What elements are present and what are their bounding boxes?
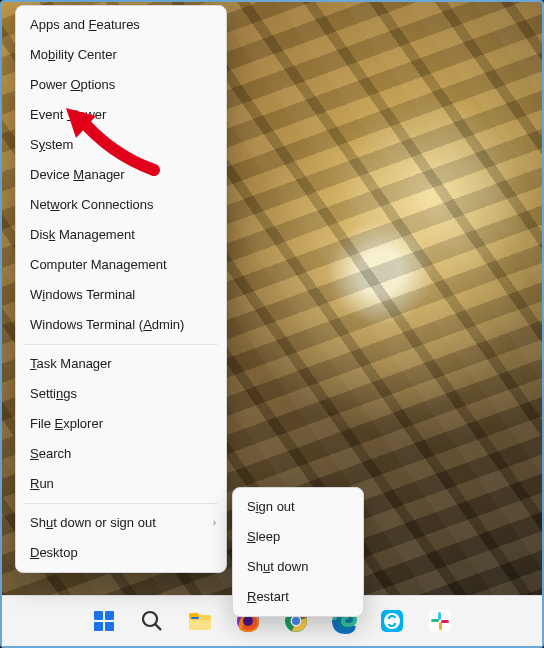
- menu-item-label: Power Options: [30, 77, 115, 92]
- svg-rect-3: [105, 622, 114, 631]
- menu-item-label: Apps and Features: [30, 17, 140, 32]
- svg-point-10: [243, 616, 253, 626]
- search-icon: [139, 608, 165, 634]
- svg-rect-18: [438, 612, 441, 620]
- menu-item-mobility-center[interactable]: Mobility Center: [16, 40, 226, 70]
- menu-item-search[interactable]: Search: [16, 439, 226, 469]
- svg-rect-20: [439, 622, 442, 630]
- menu-item-label: Shut down or sign out: [30, 515, 156, 530]
- shutdown-submenu: Sign outSleepShut downRestart: [232, 487, 364, 617]
- menu-item-label: Windows Terminal: [30, 287, 135, 302]
- taskbar-slack-button[interactable]: [422, 603, 458, 639]
- svg-rect-8: [191, 617, 199, 619]
- menu-item-label: Event Viewer: [30, 107, 106, 122]
- menu-item-label: Search: [30, 446, 71, 461]
- menu-item-label: Computer Management: [30, 257, 167, 272]
- svg-point-4: [143, 612, 157, 626]
- submenu-item-shut-down[interactable]: Shut down: [233, 552, 363, 582]
- menu-item-system[interactable]: System: [16, 130, 226, 160]
- taskbar-start-button[interactable]: [86, 603, 122, 639]
- menu-item-power-options[interactable]: Power Options: [16, 70, 226, 100]
- chevron-right-icon: ›: [213, 515, 216, 531]
- menu-item-windows-terminal-admin[interactable]: Windows Terminal (Admin): [16, 310, 226, 340]
- menu-item-label: Device Manager: [30, 167, 125, 182]
- taskbar-skype-button[interactable]: [374, 603, 410, 639]
- taskbar-search-button[interactable]: [134, 603, 170, 639]
- submenu-item-restart[interactable]: Restart: [233, 582, 363, 612]
- menu-item-computer-management[interactable]: Computer Management: [16, 250, 226, 280]
- menu-item-network-connections[interactable]: Network Connections: [16, 190, 226, 220]
- menu-item-label: Network Connections: [30, 197, 154, 212]
- menu-item-label: Mobility Center: [30, 47, 117, 62]
- svg-point-13: [292, 617, 300, 625]
- menu-item-label: File Explorer: [30, 416, 103, 431]
- submenu-item-sign-out[interactable]: Sign out: [233, 492, 363, 522]
- slack-icon: [427, 608, 453, 634]
- menu-item-label: Task Manager: [30, 356, 112, 371]
- taskbar-file-explorer-button[interactable]: [182, 603, 218, 639]
- menu-item-settings[interactable]: Settings: [16, 379, 226, 409]
- menu-item-label: Windows Terminal (Admin): [30, 317, 184, 332]
- menu-item-device-manager[interactable]: Device Manager: [16, 160, 226, 190]
- start-icon: [91, 608, 117, 634]
- menu-item-file-explorer[interactable]: File Explorer: [16, 409, 226, 439]
- svg-rect-19: [431, 619, 439, 622]
- skype-icon: [379, 608, 405, 634]
- menu-item-label: System: [30, 137, 73, 152]
- menu-item-task-manager[interactable]: Task Manager: [16, 349, 226, 379]
- winx-context-menu: Apps and FeaturesMobility CenterPower Op…: [15, 5, 227, 573]
- desktop: Apps and FeaturesMobility CenterPower Op…: [0, 0, 544, 648]
- menu-item-windows-terminal[interactable]: Windows Terminal: [16, 280, 226, 310]
- svg-rect-7: [189, 620, 211, 630]
- svg-rect-21: [441, 620, 449, 623]
- menu-separator: [24, 344, 218, 345]
- svg-rect-2: [94, 622, 103, 631]
- svg-rect-0: [94, 611, 103, 620]
- menu-separator: [24, 503, 218, 504]
- menu-item-desktop[interactable]: Desktop: [16, 538, 226, 568]
- menu-item-label: Disk Management: [30, 227, 135, 242]
- submenu-item-sleep[interactable]: Sleep: [233, 522, 363, 552]
- svg-rect-1: [105, 611, 114, 620]
- menu-item-run[interactable]: Run: [16, 469, 226, 499]
- menu-item-apps-and-features[interactable]: Apps and Features: [16, 10, 226, 40]
- menu-item-disk-management[interactable]: Disk Management: [16, 220, 226, 250]
- menu-item-label: Settings: [30, 386, 77, 401]
- menu-item-event-viewer[interactable]: Event Viewer: [16, 100, 226, 130]
- menu-item-shut-down-or-sign-out[interactable]: Shut down or sign out›: [16, 508, 226, 538]
- menu-item-label: Desktop: [30, 545, 78, 560]
- file-explorer-icon: [187, 608, 213, 634]
- menu-item-label: Run: [30, 476, 54, 491]
